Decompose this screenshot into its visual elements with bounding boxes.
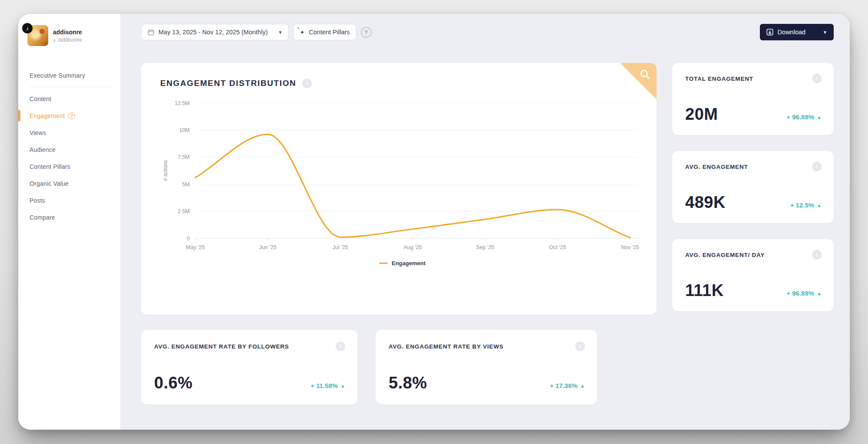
change-badge: + 96.88% ▲ xyxy=(786,113,822,124)
up-arrow-icon: ▲ xyxy=(817,291,822,296)
svg-text:May '25: May '25 xyxy=(186,244,205,250)
info-glyph: i xyxy=(816,252,817,258)
change-value: + 96.88% xyxy=(786,113,814,121)
engagement-line-chart: 02.5M5M7.5M10M12.5MMay '25Jun '25Jul '25… xyxy=(160,99,643,253)
tiktok-note-glyph: ♪ xyxy=(26,25,29,32)
change-value: + 96.88% xyxy=(786,289,814,297)
avg-engagement-rate-views-card: AVG. ENGAGEMENT RATE BY VIEWS i 5.8% + 1… xyxy=(376,330,597,405)
svg-text:Jul '25: Jul '25 xyxy=(333,244,348,250)
info-glyph: i xyxy=(816,76,817,82)
download-chevron-icon: ▼ xyxy=(823,30,827,35)
info-icon[interactable]: i xyxy=(812,162,822,171)
change-badge: + 17.36% ▲ xyxy=(550,382,585,392)
sidebar-item-engagement[interactable]: Engagement ? xyxy=(18,107,120,124)
sidebar-item-executive-summary[interactable]: Executive Summary xyxy=(18,67,120,84)
rate-cards-row: AVG. ENGAGEMENT RATE BY FOLLOWERS i 0.6%… xyxy=(141,330,657,405)
info-glyph: i xyxy=(307,80,308,86)
profile-name: addisonre xyxy=(53,28,82,36)
sparkle-icon: ✦ + xyxy=(300,29,304,36)
content-pillars-label: Content Pillars xyxy=(309,29,350,36)
sidebar-item-compare[interactable]: Compare xyxy=(18,209,120,226)
date-range-picker[interactable]: May 13, 2025 - Nov 12, 2025 (Monthly) ▼ xyxy=(141,24,289,40)
tiktok-note-icon: ♪ xyxy=(53,37,56,43)
content-grid: ENGAGEMENT DISTRIBUTION i 02.5M5M7.5M10M… xyxy=(141,63,834,405)
svg-text:12.5M: 12.5M xyxy=(175,100,190,106)
card-value: 0.6% xyxy=(154,374,193,392)
chart-legend[interactable]: Engagement xyxy=(160,260,644,266)
help-glyph: ? xyxy=(364,29,368,36)
card-title: TOTAL ENGAGEMENT xyxy=(685,76,753,82)
sidebar-divider xyxy=(30,87,112,87)
sidebar-item-label: Content xyxy=(30,95,51,102)
help-glyph: ? xyxy=(70,113,73,118)
card-value: 20M xyxy=(685,105,718,124)
date-range-label: May 13, 2025 - Nov 12, 2025 (Monthly) xyxy=(158,29,267,36)
card-value: 489K xyxy=(685,193,726,212)
sidebar-item-label: Posts xyxy=(30,197,45,204)
info-icon[interactable]: i xyxy=(812,74,822,83)
sidebar-item-content[interactable]: Content xyxy=(18,90,120,107)
sparkle-glyph: ✦ xyxy=(300,29,304,36)
card-value: 5.8% xyxy=(389,374,427,392)
sidebar-item-label: Organic Value xyxy=(30,180,69,187)
chart-info-icon[interactable]: i xyxy=(302,79,312,88)
sidebar-item-label: Views xyxy=(30,129,46,136)
up-arrow-icon: ▲ xyxy=(580,383,585,388)
download-icon xyxy=(766,29,773,36)
info-icon[interactable]: i xyxy=(336,342,345,351)
card-title: AVG. ENGAGEMENT xyxy=(685,164,748,170)
topbar-left-controls: May 13, 2025 - Nov 12, 2025 (Monthly) ▼ … xyxy=(141,24,372,40)
sidebar-item-audience[interactable]: Audience xyxy=(18,141,120,158)
avatar: ♪ xyxy=(27,25,48,46)
right-column: TOTAL ENGAGEMENT i 20M + 96.88% ▲ xyxy=(672,63,834,311)
svg-text:2.5M: 2.5M xyxy=(178,208,190,214)
magnifier-icon xyxy=(639,69,651,80)
svg-text:Aug '25: Aug '25 xyxy=(403,244,422,250)
page-help-icon[interactable]: ? xyxy=(361,27,372,38)
change-badge: + 96.88% ▲ xyxy=(786,289,822,300)
legend-label: Engagement xyxy=(392,260,426,266)
engagement-distribution-card: ENGAGEMENT DISTRIBUTION i 02.5M5M7.5M10M… xyxy=(141,63,657,315)
change-value: + 11.58% xyxy=(310,382,338,389)
legend-swatch-engagement xyxy=(379,263,388,264)
chart-title: ENGAGEMENT DISTRIBUTION xyxy=(160,79,296,88)
download-label: Download xyxy=(778,29,806,36)
zoom-corner-ribbon xyxy=(620,63,657,99)
change-value: + 17.36% xyxy=(550,382,578,389)
up-arrow-icon: ▲ xyxy=(817,203,822,208)
info-icon[interactable]: i xyxy=(575,342,585,351)
sidebar-item-label: Executive Summary xyxy=(30,72,85,79)
sidebar-item-label: Content Pillars xyxy=(30,163,70,170)
avg-engagement-card: AVG. ENGAGEMENT i 489K + 12.5% ▲ xyxy=(672,151,834,223)
svg-text:0: 0 xyxy=(187,236,190,242)
svg-text:Oct '25: Oct '25 xyxy=(549,244,566,250)
sidebar-nav: Executive Summary Content Engagement ? V… xyxy=(18,67,120,226)
sidebar-item-posts[interactable]: Posts xyxy=(18,192,120,209)
change-badge: + 11.58% ▲ xyxy=(310,382,345,392)
profile-block[interactable]: ♪ addisonre ♪ /addisonre xyxy=(27,25,120,46)
sidebar-item-views[interactable]: Views xyxy=(18,124,120,141)
topbar: May 13, 2025 - Nov 12, 2025 (Monthly) ▼ … xyxy=(141,24,834,40)
info-icon[interactable]: i xyxy=(812,250,822,260)
svg-text:Sep '25: Sep '25 xyxy=(476,244,494,250)
chevron-down-icon: ▼ xyxy=(278,30,282,35)
sidebar-item-content-pillars[interactable]: Content Pillars xyxy=(18,158,120,175)
chart-zoom-button[interactable] xyxy=(639,69,651,82)
svg-text:Nov '25: Nov '25 xyxy=(621,244,639,250)
left-column: ENGAGEMENT DISTRIBUTION i 02.5M5M7.5M10M… xyxy=(141,63,657,405)
download-button[interactable]: Download ▼ xyxy=(760,24,834,40)
change-badge: + 12.5% ▲ xyxy=(790,201,822,212)
chart-title-row: ENGAGEMENT DISTRIBUTION i xyxy=(160,79,644,88)
change-value: + 12.5% xyxy=(790,201,814,209)
svg-text:7.5M: 7.5M xyxy=(178,154,190,160)
card-value: 111K xyxy=(685,281,724,300)
engagement-help-icon[interactable]: ? xyxy=(68,112,75,119)
active-indicator xyxy=(18,110,20,122)
sparkle-plus-glyph: + xyxy=(297,26,299,30)
card-title: AVG. ENGAGEMENT RATE BY FOLLOWERS xyxy=(154,343,289,350)
info-glyph: i xyxy=(340,343,341,349)
sidebar-item-organic-value[interactable]: Organic Value xyxy=(18,175,120,192)
avg-engagement-rate-followers-card: AVG. ENGAGEMENT RATE BY FOLLOWERS i 0.6%… xyxy=(141,330,357,405)
profile-handle: ♪ /addisonre xyxy=(53,37,82,43)
content-pillars-button[interactable]: ✦ + Content Pillars xyxy=(293,24,356,40)
